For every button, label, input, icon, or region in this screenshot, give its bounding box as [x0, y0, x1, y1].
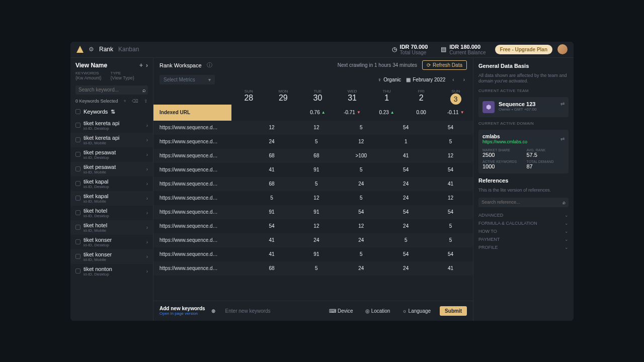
- day-cell[interactable]: WED31: [335, 89, 370, 105]
- rank-cell: 12: [294, 223, 339, 229]
- keyword-search-input[interactable]: [78, 87, 142, 93]
- url-cell[interactable]: https://www.sequence.d…: [153, 167, 231, 172]
- keyword-checkbox[interactable]: [75, 123, 80, 128]
- reference-item[interactable]: HOW TO⌄: [478, 227, 569, 235]
- delete-icon[interactable]: ⌫: [132, 99, 138, 104]
- keyword-item[interactable]: tiket konserid-ID, Desktop›: [70, 235, 153, 249]
- add-keywords-input[interactable]: Enter new keywords: [221, 308, 320, 314]
- keyword-item[interactable]: tiket nontonid-ID, Desktop›: [70, 264, 153, 279]
- day-cell[interactable]: FRI2: [404, 89, 439, 105]
- refresh-button[interactable]: ⟳ Refresh Data: [422, 60, 467, 70]
- select-metrics[interactable]: Select Metrics ▾: [159, 75, 215, 84]
- export-icon[interactable]: ⇪: [144, 99, 148, 104]
- add-view-icon[interactable]: +: [139, 62, 143, 69]
- domain-name: cmlabs: [482, 134, 527, 139]
- rank-cell: 24: [339, 181, 383, 187]
- sync-team-icon[interactable]: ⇄: [560, 101, 565, 113]
- add-keywords-title: Add new keywords: [159, 306, 205, 311]
- upgrade-button[interactable]: Free - Upgrade Plan: [495, 45, 552, 54]
- chevron-right-icon[interactable]: ›: [146, 62, 148, 69]
- keyword-checkbox[interactable]: [75, 181, 80, 186]
- keyword-checkbox[interactable]: [75, 210, 80, 215]
- keyword-item[interactable]: tiket kereta apiid-ID, Desktop›: [70, 118, 153, 133]
- url-cell[interactable]: https://www.sequence.d…: [153, 237, 231, 243]
- keyword-checkbox[interactable]: [75, 239, 80, 244]
- rank-cell: 5: [339, 251, 383, 257]
- wallet-icon: ▤: [441, 46, 446, 53]
- day-cell[interactable]: THU1: [369, 89, 404, 105]
- add-icon[interactable]: +: [124, 99, 126, 104]
- url-cell[interactable]: https://www.sequence.d…: [153, 223, 231, 229]
- nav-rank[interactable]: Rank: [99, 46, 113, 53]
- location-option[interactable]: ◎Location: [362, 308, 393, 314]
- keyword-item[interactable]: tiket pesawatid-ID, Mobile›: [70, 162, 153, 176]
- url-cell[interactable]: https://www.sequence.d…: [153, 251, 231, 257]
- keyword-meta: id-ID, Desktop: [84, 126, 143, 131]
- keyword-checkbox[interactable]: [75, 152, 80, 157]
- keyword-item[interactable]: tiket kapalid-ID, Desktop›: [70, 176, 153, 191]
- language-option[interactable]: ☼Language: [399, 308, 434, 314]
- day-cell[interactable]: SUN3: [438, 89, 473, 105]
- sort-icon[interactable]: ⇅: [111, 109, 115, 115]
- organic-filter[interactable]: ♀Organic: [378, 77, 401, 82]
- keyword-checkbox[interactable]: [75, 137, 80, 142]
- keyword-checkbox[interactable]: [75, 225, 80, 230]
- keywords-selected-count: 0 Keywords Selected: [75, 99, 118, 104]
- url-cell[interactable]: https://www.sequence.d…: [153, 195, 231, 201]
- reference-search-input[interactable]: [481, 200, 562, 205]
- rank-cell: 12: [339, 139, 383, 144]
- month-picker[interactable]: ▦February 2022: [406, 77, 445, 82]
- organic-icon: ♀: [378, 77, 382, 82]
- keyword-checkbox[interactable]: [75, 166, 80, 171]
- url-cell[interactable]: https://www.sequence.d…: [153, 153, 231, 158]
- day-cell[interactable]: SUN28: [231, 89, 266, 105]
- reference-item[interactable]: PROFILE⌄: [478, 243, 569, 251]
- rank-cell: 54: [428, 209, 473, 215]
- sync-domain-icon[interactable]: ⇄: [560, 136, 565, 142]
- rank-cell: 24: [294, 237, 339, 243]
- keyword-checkbox[interactable]: [75, 196, 80, 201]
- keyword-item[interactable]: tiket kapalid-ID, Mobile›: [70, 191, 153, 206]
- rank-cell: 68: [250, 265, 294, 271]
- avatar[interactable]: [557, 44, 568, 54]
- keyword-item[interactable]: tiket hotelid-ID, Desktop›: [70, 206, 153, 220]
- submit-button[interactable]: Submit: [440, 306, 467, 316]
- rank-cell: 12: [428, 195, 473, 201]
- reference-item[interactable]: ADVANCED⌄: [478, 211, 569, 219]
- url-cell[interactable]: https://www.sequence.d…: [153, 209, 231, 215]
- rank-cell: 91: [250, 209, 294, 215]
- gear-icon[interactable]: ⚙: [89, 46, 94, 53]
- prev-month[interactable]: ‹: [450, 77, 456, 82]
- reference-search[interactable]: ⌕: [478, 198, 569, 207]
- device-option[interactable]: ⌨Device: [326, 308, 356, 314]
- keyword-name: tiket pesawat: [84, 164, 143, 170]
- url-cell[interactable]: https://www.sequence.d…: [153, 181, 231, 187]
- url-cell[interactable]: https://www.sequence.d…: [153, 265, 231, 271]
- next-month[interactable]: ›: [461, 77, 467, 82]
- keyword-item[interactable]: tiket konserid-ID, Mobile›: [70, 249, 153, 264]
- day-cell[interactable]: MON29: [266, 89, 301, 105]
- keyword-checkbox[interactable]: [75, 268, 80, 274]
- keyword-item[interactable]: tiket hotelid-ID, Mobile›: [70, 220, 153, 235]
- avg-rank-value: 57.5: [527, 152, 565, 158]
- keyword-item[interactable]: tiket kereta apiid-ID, Mobile›: [70, 133, 153, 147]
- reference-item[interactable]: PAYMENT⌄: [478, 235, 569, 243]
- domain-card: cmlabs https://www.cmlabs.co ⇄ MARKET SH…: [478, 130, 569, 173]
- nav-kanban[interactable]: Kanban: [118, 46, 139, 53]
- day-cell[interactable]: TUE30: [300, 89, 335, 105]
- domain-url[interactable]: https://www.cmlabs.co: [482, 139, 527, 144]
- chevron-right-icon: ›: [146, 181, 148, 187]
- keyword-name: tiket kapal: [84, 178, 143, 185]
- keyword-item[interactable]: tiket pesawatid-ID, Desktop›: [70, 147, 153, 162]
- add-keywords-link[interactable]: Open in page version: [159, 311, 205, 316]
- team-card[interactable]: ⬢ Sequence 123 Owner • GMT +07:00 ⇄: [478, 97, 569, 117]
- url-cell[interactable]: https://www.sequence.d…: [153, 139, 231, 144]
- keyword-checkbox[interactable]: [75, 254, 80, 259]
- select-all-checkbox[interactable]: [75, 109, 80, 114]
- info-icon[interactable]: ⓘ: [207, 61, 212, 69]
- keyword-search[interactable]: ⌕: [75, 85, 148, 95]
- url-cell[interactable]: https://www.sequence.d…: [153, 125, 231, 130]
- delta-cell: 0.76▲: [300, 110, 335, 115]
- reference-item[interactable]: FORMULA & CALCULATION⌄: [478, 219, 569, 227]
- type-meta-value: {View Type}: [111, 75, 134, 80]
